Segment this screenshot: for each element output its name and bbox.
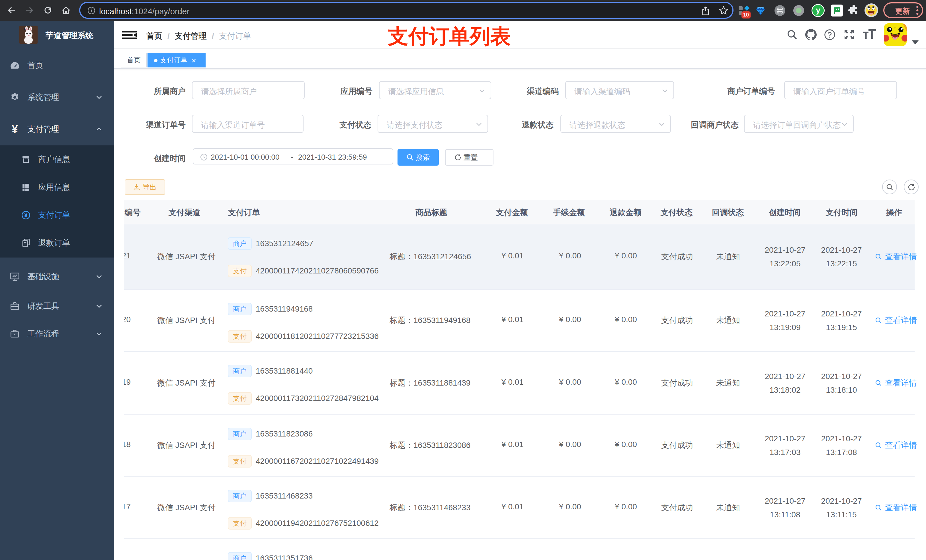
svg-text:¥: ¥ — [24, 212, 27, 218]
